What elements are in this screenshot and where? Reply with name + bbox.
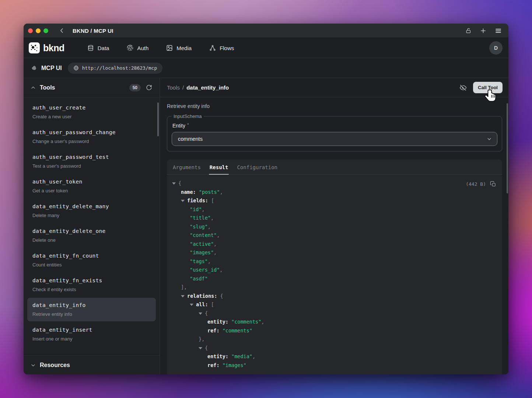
tab-arguments[interactable]: Arguments (173, 160, 201, 174)
json-line: ], (172, 283, 496, 292)
nav-item-label: Flows (220, 45, 234, 51)
result-size-label: (442 B) (466, 180, 486, 189)
refresh-icon (146, 84, 152, 91)
json-line: "title", (172, 214, 496, 223)
tool-description: Get a user token (32, 187, 151, 194)
tool-name: data_entity_info (32, 301, 151, 309)
close-button[interactable] (28, 28, 33, 33)
workflow-icon (209, 45, 216, 51)
zoom-button[interactable] (43, 28, 48, 33)
nav-item-flows[interactable]: Flows (209, 45, 234, 51)
collapse-toggle-icon[interactable] (190, 304, 193, 306)
tool-description: Count entities (32, 261, 151, 268)
tool-name: auth_user_token (32, 178, 151, 186)
json-line: "asdf" (172, 275, 496, 283)
json-line: "users_id", (172, 266, 496, 275)
collapse-toggle-icon[interactable] (181, 200, 185, 202)
tool-description: Insert one or many (32, 335, 151, 342)
tool-list-item[interactable]: auth_user_password_change Change a user'… (27, 125, 156, 149)
nav-item-label: Media (176, 45, 192, 51)
json-line: { (172, 179, 496, 188)
sidebar-scrollbar[interactable] (157, 102, 159, 136)
tool-name: auth_user_password_test (32, 153, 151, 161)
json-line: "slug", (172, 223, 496, 231)
fingerprint-icon (127, 45, 133, 51)
back-button[interactable] (57, 26, 67, 35)
result-panel: Arguments Result Configuration (442 B) {… (167, 160, 502, 374)
collapse-tools-button[interactable] (29, 84, 37, 91)
minimize-button[interactable] (36, 28, 41, 33)
json-line: "content", (172, 231, 496, 240)
tool-detail-header: Tools / data_entity_info Call Tool (160, 78, 508, 97)
collapse-toggle-icon[interactable] (172, 182, 176, 185)
tool-name: auth_user_create (32, 104, 151, 112)
entity-label-text: Entity (172, 123, 185, 129)
collapse-toggle-icon[interactable] (181, 295, 185, 297)
tab-result[interactable]: Result (210, 160, 228, 174)
tool-list-item[interactable]: auth_user_password_test Test a user's pa… (27, 150, 156, 173)
nav-item-auth[interactable]: Auth (127, 45, 148, 51)
tool-description: Test a user's password (32, 163, 151, 170)
tool-list-item[interactable]: data_entity_delete_many Delete many (27, 199, 156, 223)
unlock-icon[interactable] (465, 28, 472, 34)
breadcrumb-tools-link[interactable]: Tools (167, 84, 180, 91)
chevron-down-icon (30, 362, 36, 368)
layers-icon (31, 65, 37, 71)
json-line: all: [ (172, 300, 496, 309)
tool-name: data_entity_fn_exists (32, 277, 151, 284)
tool-list-item[interactable]: data_entity_info Retrieve entity info (27, 298, 156, 321)
json-tree: {name: "posts",fields: ["id","title","sl… (172, 179, 496, 370)
required-marker: * (187, 122, 189, 128)
tool-description-text: Retrieve entity info (167, 103, 502, 109)
copy-result-button[interactable] (490, 181, 496, 187)
tool-description: Change a user's password (32, 138, 151, 145)
tool-detail-content: Retrieve entity info InputSchema Entity … (160, 97, 508, 374)
collapse-toggle-icon[interactable] (199, 313, 202, 315)
tool-name: data_entity_insert (32, 326, 151, 334)
window-scrollbar[interactable] (507, 103, 508, 193)
nav-item-data[interactable]: Data (87, 45, 109, 51)
tool-list-item[interactable]: data_entity_fn_count Count entities (27, 248, 156, 272)
refresh-tools-button[interactable] (146, 84, 152, 91)
tab-configuration[interactable]: Configuration (237, 160, 277, 174)
json-line: relations: { (172, 292, 496, 301)
tool-list-item[interactable]: data_entity_delete_one Delete one (27, 224, 156, 247)
mcp-endpoint-pill[interactable]: http://localhost:28623/mcp (68, 63, 163, 74)
tool-list-item[interactable]: data_entity_fn_exists Check if entity ex… (27, 273, 156, 297)
tools-count-badge: 50 (129, 84, 141, 91)
tool-list-item[interactable]: data_entity_insert Insert one or many (27, 322, 156, 346)
json-line: "images", (172, 248, 496, 257)
bknd-logo[interactable]: bknd (29, 42, 64, 53)
tools-sidebar: Tools 50 auth_user_create Create a new u… (24, 78, 160, 374)
tool-list-item[interactable]: auth_user_token Get a user token (27, 174, 156, 198)
call-tool-button[interactable]: Call Tool (473, 82, 503, 93)
user-avatar[interactable]: D (489, 41, 503, 55)
json-line: "tags", (172, 257, 496, 266)
json-line: { (172, 344, 496, 353)
entity-select[interactable]: comments (172, 132, 497, 146)
new-tab-icon[interactable] (480, 27, 487, 34)
json-line: entity: "comments", (172, 318, 496, 327)
globe-icon (73, 65, 79, 71)
resources-section-label: Resources (40, 362, 70, 369)
resources-section-header[interactable]: Resources (24, 355, 160, 374)
json-line: entity: "media", (172, 352, 496, 361)
tool-list-item[interactable]: auth_user_create Create a new user (27, 100, 156, 124)
entity-field-label: Entity * (172, 123, 497, 129)
json-line: }, (172, 335, 496, 344)
tool-description: Check if entity exists (32, 286, 151, 293)
nav-item-media[interactable]: Media (166, 45, 192, 51)
expand-resources-button[interactable] (29, 362, 37, 369)
copy-icon (490, 181, 496, 187)
json-line: { (172, 309, 496, 318)
chevron-left-icon (59, 27, 65, 34)
database-icon (87, 45, 94, 51)
input-schema-legend: InputSchema (172, 114, 204, 119)
tools-section-header[interactable]: Tools 50 (24, 78, 160, 97)
tool-detail-panel: Tools / data_entity_info Call Tool Retri… (160, 78, 508, 374)
tools-section-label: Tools (40, 84, 55, 91)
menu-icon[interactable] (495, 27, 502, 34)
tool-name: data_entity_delete_many (32, 203, 151, 210)
collapse-toggle-icon[interactable] (199, 347, 202, 349)
toggle-visibility-button[interactable] (459, 84, 467, 91)
